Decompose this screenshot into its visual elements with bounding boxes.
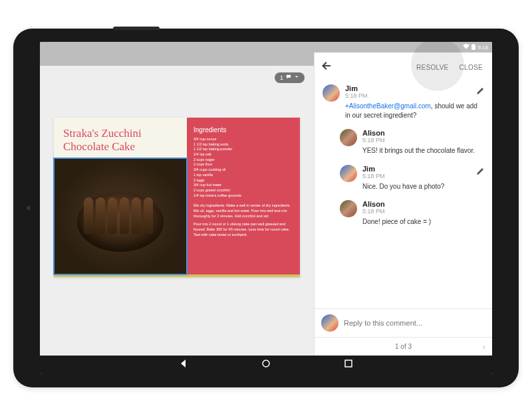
comment-item: Jim5:18 PMNice. Do you have a photo? — [340, 165, 484, 191]
chevron-down-icon — [294, 74, 299, 81]
power-button — [113, 27, 160, 30]
avatar — [340, 200, 357, 217]
slide-content[interactable]: Straka's Zucchini Chocolate Cake — [54, 118, 300, 277]
comment-item: Alison5:18 PMYES! it brings out the choc… — [340, 129, 484, 156]
tablet-frame: 5:18 1 Straka's Zucc — [13, 29, 519, 387]
svg-rect-0 — [471, 45, 475, 50]
title-line-1: Straka's Zucchini — [63, 127, 142, 140]
ingredient-item: 3/4 cup cocoa — [194, 137, 293, 142]
comment-text: YES! it brings out the chocolate flavor. — [362, 146, 484, 156]
slide-left-column: Straka's Zucchini Chocolate Cake — [54, 118, 187, 274]
comment-body: Jim5:18 PM+AlisontheBaker@gmail.com, sho… — [345, 84, 484, 120]
mention-link[interactable]: +AlisontheBaker@gmail.com — [345, 102, 431, 110]
recipe-title: Straka's Zucchini Chocolate Cake — [54, 118, 187, 154]
avatar — [340, 129, 357, 146]
back-arrow-icon[interactable] — [321, 60, 332, 74]
recipe-photo[interactable] — [54, 158, 187, 274]
wifi-icon — [463, 44, 469, 51]
comment-text: Done! piece of cake = ) — [362, 217, 484, 227]
main-area: 1 Straka's Zucchini Chocolate Cake — [40, 52, 492, 356]
screen: 5:18 1 Straka's Zucc — [40, 42, 492, 374]
comment-time: 5:18 PM — [362, 208, 484, 215]
reply-input[interactable] — [344, 319, 485, 327]
ingredient-item: 3/4 cup hot water — [194, 183, 293, 188]
edit-icon[interactable] — [476, 86, 484, 98]
document-toolbar — [40, 52, 314, 66]
resolve-button[interactable]: RESOLVE — [414, 61, 452, 74]
comments-header: RESOLVE CLOSE — [315, 52, 492, 82]
android-nav-bar — [40, 356, 492, 374]
comment-author: Jim — [362, 165, 484, 173]
reply-row — [315, 308, 492, 337]
ingredient-item: 2 cups flour — [194, 162, 293, 167]
comment-count: 1 — [280, 74, 283, 81]
comments-list[interactable]: Jim5:18 PM+AlisontheBaker@gmail.com, sho… — [315, 82, 492, 308]
comment-time: 5:18 PM — [345, 92, 484, 99]
ingredient-item: 1/4 tsp salt — [194, 152, 293, 157]
pager-next-icon[interactable]: › — [483, 342, 485, 352]
svg-point-2 — [263, 360, 269, 367]
status-time: 5:18 — [477, 45, 488, 51]
svg-rect-1 — [473, 44, 474, 45]
comment-pager: 1 of 3 › — [315, 337, 492, 356]
comment-author: Alison — [362, 200, 484, 208]
battery-icon — [471, 44, 475, 51]
nav-recents-icon[interactable] — [344, 359, 353, 371]
ingredients-panel: Ingredients 3/4 cup cocoa1 1/2 tsp bakin… — [187, 118, 300, 274]
avatar — [340, 165, 357, 182]
edit-icon[interactable] — [476, 166, 484, 178]
ingredient-item: 2 cups sugar — [194, 157, 293, 163]
avatar — [323, 84, 340, 102]
comment-time: 5:18 PM — [362, 137, 484, 144]
front-camera — [27, 206, 31, 210]
ingredient-item: 2 cups grated zucchini — [194, 188, 293, 193]
comment-text: +AlisontheBaker@gmail.com, should we add… — [345, 102, 484, 120]
ingredient-item: 1 1/2 tsp baking soda — [194, 142, 293, 148]
comment-count-pill[interactable]: 1 — [275, 72, 305, 83]
comment-body: Alison5:18 PMYES! it brings out the choc… — [362, 129, 484, 156]
ingredient-item: 1/4 tsp instant coffee grounds — [194, 193, 293, 199]
avatar — [321, 314, 338, 332]
svg-rect-3 — [345, 360, 352, 367]
ingredient-item: 1 tsp vanilla — [194, 173, 293, 178]
nav-home-icon[interactable] — [261, 359, 271, 371]
comments-pane: RESOLVE CLOSE Jim5:18 PM+AlisontheBaker@… — [314, 52, 492, 356]
status-bar: 5:18 — [40, 42, 492, 52]
comment-text: Nice. Do you have a photo? — [362, 182, 484, 191]
comment-item: Alison5:18 PMDone! piece of cake = ) — [340, 200, 484, 227]
comment-time: 5:18 PM — [362, 173, 484, 179]
title-line-2: Chocolate Cake — [63, 140, 135, 153]
ingredient-item: 3/4 cups cooking oil — [194, 167, 293, 173]
ingredient-item: 2 eggs — [194, 178, 293, 183]
comment-author: Alison — [362, 129, 484, 137]
document-pane[interactable]: 1 Straka's Zucchini Chocolate Cake — [40, 52, 314, 356]
close-button[interactable]: CLOSE — [457, 61, 485, 74]
instructions-paragraph-2: Pour into 2 round or 1 oblong cake pan w… — [194, 222, 293, 237]
comment-author: Jim — [345, 84, 484, 92]
pager-label: 1 of 3 — [395, 343, 412, 350]
ingredients-heading: Ingredients — [194, 126, 293, 135]
comment-item: Jim5:18 PM+AlisontheBaker@gmail.com, sho… — [323, 84, 484, 120]
ingredient-item: 1 1/2 tsp baking powder — [194, 147, 293, 152]
comment-body: Alison5:18 PMDone! piece of cake = ) — [362, 200, 484, 227]
comment-body: Jim5:18 PMNice. Do you have a photo? — [362, 165, 484, 191]
comment-bubble-icon — [286, 74, 291, 81]
ingredients-list: 3/4 cup cocoa1 1/2 tsp baking soda1 1/2 … — [194, 137, 293, 198]
nav-back-icon[interactable] — [179, 359, 188, 371]
instructions-paragraph-1: Mix dry ingredients. Make a well in cent… — [194, 203, 293, 219]
